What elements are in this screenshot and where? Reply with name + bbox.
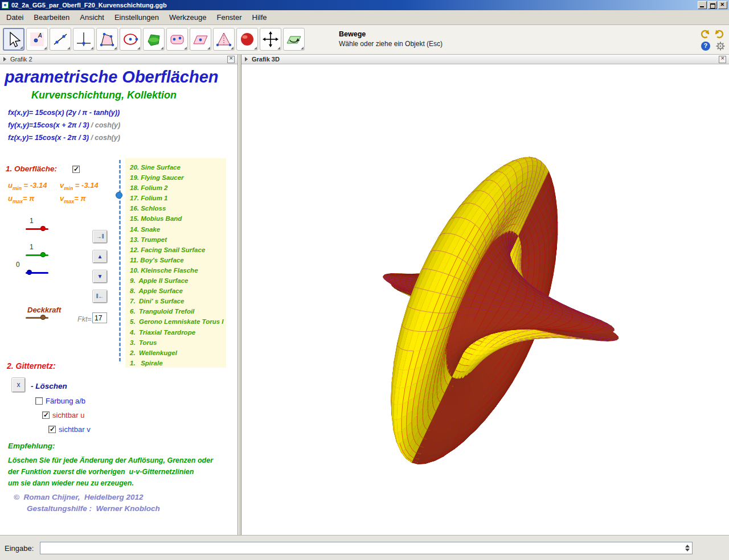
menu-item-datei[interactable]: Datei <box>1 11 28 24</box>
page-title: parametrische Oberflächen <box>5 68 219 87</box>
tool-dropdown-icon[interactable] <box>137 47 140 50</box>
titlebar: 02_2a_GG5_par_Oberfl_F20_Kurvenschichtun… <box>0 0 729 10</box>
close-button[interactable] <box>718 1 727 9</box>
surface-list-item: 13. Trumpet <box>130 234 226 245</box>
app-icon <box>2 2 9 9</box>
tool-dropdown-icon[interactable] <box>301 47 304 50</box>
window-title: 02_2a_GG5_par_Oberfl_F20_Kurvenschichtun… <box>11 2 697 9</box>
surface-section-label: 1. Oberfläche: <box>6 164 57 173</box>
delete-grid-button[interactable]: x <box>12 378 25 392</box>
button-step-end[interactable]: →‖ <box>93 230 107 243</box>
loeschen-label: - Löschen <box>31 382 67 390</box>
tool-plane-through-points[interactable] <box>166 28 188 51</box>
minimize-button[interactable] <box>698 1 707 9</box>
fkt-vertical-slider[interactable] <box>119 160 121 361</box>
tool-translate-view[interactable] <box>260 28 281 51</box>
surface-list-item: 8. Apple Surface <box>130 286 226 296</box>
tool-dropdown-icon[interactable] <box>91 47 93 50</box>
tool-dropdown-icon[interactable] <box>114 47 117 50</box>
app-window: 02_2a_GG5_par_Oberfl_F20_Kurvenschichtun… <box>0 0 729 560</box>
tool-dropdown-icon[interactable] <box>20 46 23 49</box>
tool-dropdown-icon[interactable] <box>207 47 210 50</box>
surface-list-item: 5. Gerono Lemniskate Torus I <box>130 316 226 327</box>
tool-polygon[interactable] <box>96 28 118 51</box>
formula-fy: fy(x,y)=15cos(x + 2π / 3) / cosh(y) <box>8 121 120 129</box>
menu-item-einstellungen[interactable]: Einstellungen <box>109 11 164 24</box>
graphics2-close-icon[interactable] <box>227 56 235 63</box>
button-up[interactable]: ▲ <box>93 250 107 263</box>
tool-dropdown-icon[interactable] <box>184 47 187 50</box>
tool-dropdown-icon[interactable] <box>277 47 280 50</box>
settings-gear-icon[interactable] <box>716 42 725 51</box>
panel-menu-arrow-icon[interactable] <box>245 57 248 61</box>
tool-intersect-two-surfaces[interactable] <box>143 28 165 51</box>
menubar: DateiBearbeitenAnsichtEinstellungenWerkz… <box>0 10 729 25</box>
gitternetz-section-label: 2. Gitternetz: <box>7 361 56 370</box>
tool-line[interactable] <box>50 28 71 51</box>
tool-pyramid[interactable] <box>213 28 235 51</box>
u-max-bound: umax= π <box>8 194 34 204</box>
tool-dropdown-icon[interactable] <box>254 47 257 50</box>
chevron-down-icon[interactable] <box>685 549 690 551</box>
menu-item-fenster[interactable]: Fenster <box>211 11 247 24</box>
tool-move[interactable] <box>3 28 24 51</box>
input-history-spinner[interactable] <box>683 543 691 553</box>
active-tool-hint: Wähle oder ziehe ein Objekt (Esc) <box>339 40 443 48</box>
toolbar-right <box>695 25 729 55</box>
tool-perpendicular-line[interactable] <box>73 28 95 51</box>
fkt-input[interactable] <box>92 312 107 323</box>
checkbox-oberflaeche[interactable] <box>72 166 80 173</box>
credit-line: © Roman Chijner, Heidelberg 2012 <box>14 493 144 501</box>
menu-item-werkzeuge[interactable]: Werkzeuge <box>164 11 212 24</box>
formula-fx: fx(x,y)= 15cos(x) (2y / π - tanh(y)) <box>8 109 120 117</box>
surface-list-item: 16. Schloss <box>130 203 226 213</box>
tool-rotate-3d-view[interactable] <box>283 28 305 51</box>
tool-plane[interactable] <box>190 28 211 51</box>
surface-list-item: 12. Facing Snail Surface <box>130 245 226 255</box>
toolbar: A <box>0 25 729 55</box>
empfehlung-line: um sie dann wieder neu zu erzeugen. <box>8 479 134 487</box>
menu-item-ansicht[interactable]: Ansicht <box>75 11 109 24</box>
surface-list-item: 18. Folium 2 <box>130 183 226 193</box>
algebra-input[interactable] <box>40 542 693 554</box>
redo-icon[interactable] <box>714 28 725 39</box>
u-min-bound: umin = -3.14 <box>8 181 47 191</box>
help-icon[interactable] <box>701 42 710 51</box>
menu-item-bearbeiten[interactable]: Bearbeiten <box>28 11 75 24</box>
page-subtitle: Kurvenschichtung, Kollektion <box>31 89 177 101</box>
restore-button[interactable] <box>708 1 717 9</box>
surface-list-item: 19. Flying Saucer <box>130 172 226 183</box>
tool-dropdown-icon[interactable] <box>161 47 163 50</box>
surface-list-item: 17. Folium 1 <box>130 193 226 203</box>
fkt-label: Fkt=: <box>77 315 93 323</box>
tool-circle[interactable] <box>120 28 141 51</box>
surface-list-item: 10. Kleinsche Flasche <box>130 265 226 275</box>
surface-list-item: 20. Sine Surface <box>130 162 226 172</box>
empfehlung-line: Löschen Sie für jede Änderung der Auflös… <box>8 456 213 464</box>
surface-list-item: 9. Apple II Surface <box>130 275 226 286</box>
surface-list-item: 15. Mobius Band <box>130 213 226 224</box>
graphics3d-close-icon[interactable] <box>719 56 726 63</box>
active-tool-title: Bewege <box>339 30 443 38</box>
chevron-up-icon[interactable] <box>685 545 690 547</box>
graphics2-title: Grafik 2 <box>10 56 227 63</box>
graphics-3d-canvas[interactable] <box>241 64 729 535</box>
active-tool-help: Bewege Wähle oder ziehe ein Objekt (Esc) <box>339 30 443 48</box>
tool-dropdown-icon[interactable] <box>44 47 47 50</box>
input-label: Eingabe: <box>5 544 34 553</box>
panel-menu-arrow-icon[interactable] <box>3 57 6 61</box>
surface-list-item: 7. Dini' s Surface <box>130 296 226 306</box>
tool-dropdown-icon[interactable] <box>231 47 234 50</box>
input-bar: Eingabe: <box>0 535 729 560</box>
empfehlung-title: Empfehlung: <box>8 442 55 450</box>
tool-sphere[interactable] <box>236 28 258 51</box>
tool-point[interactable]: A <box>26 28 48 51</box>
fkt-vertical-slider-handle[interactable] <box>116 192 122 199</box>
v-min-bound: vmin = -3.14 <box>60 181 99 191</box>
formula-fz: fz(x,y)= 15cos(x - 2π / 3) / cosh(y) <box>8 134 120 142</box>
button-step-start[interactable]: ‖← <box>93 290 107 303</box>
menu-item-hilfe[interactable]: Hilfe <box>247 11 272 24</box>
button-down[interactable]: ▼ <box>93 270 107 283</box>
undo-icon[interactable] <box>699 28 711 39</box>
tool-dropdown-icon[interactable] <box>67 47 70 50</box>
